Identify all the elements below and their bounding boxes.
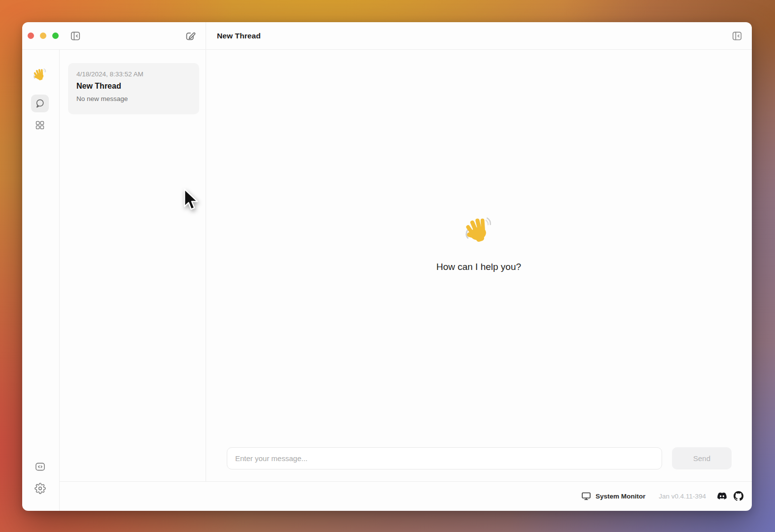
thread-panel-divider — [206, 22, 206, 481]
send-button[interactable]: Send — [672, 447, 732, 469]
discord-icon — [717, 492, 727, 500]
new-thread-button[interactable] — [183, 30, 196, 42]
system-monitor-label: System Monitor — [596, 493, 645, 500]
page-title: New Thread — [217, 22, 261, 49]
waving-hand-greeting-icon — [463, 214, 494, 245]
panel-collapse-left-icon — [70, 31, 81, 41]
thread-subtitle: No new message — [76, 95, 191, 102]
header-divider — [22, 49, 752, 50]
sidebar-item-local-api-server[interactable] — [31, 458, 49, 475]
minimize-window-button[interactable] — [40, 33, 46, 39]
code-window-icon — [35, 461, 46, 472]
thread-list-item[interactable]: 4/18/2024, 8:33:52 AM New Thread No new … — [68, 63, 199, 114]
sidebar-item-threads[interactable] — [31, 95, 49, 112]
github-icon — [734, 491, 743, 501]
desktop-background: New Thread — [0, 0, 775, 532]
panel-collapse-right-icon — [732, 31, 742, 41]
system-monitor-toggle[interactable]: System Monitor — [581, 492, 645, 500]
status-bar: System Monitor Jan v0.4.11-394 — [59, 481, 752, 511]
monitor-icon — [581, 492, 591, 500]
message-input[interactable] — [227, 447, 662, 469]
waving-hand-logo-icon — [33, 67, 47, 82]
github-link[interactable] — [734, 491, 743, 501]
toggle-right-panel-button[interactable] — [731, 30, 743, 42]
sidebar-item-settings[interactable] — [31, 479, 49, 497]
compose-icon — [184, 31, 196, 42]
sidebar-item-hub[interactable] — [31, 116, 49, 134]
app-version-label: Jan v0.4.11-394 — [659, 493, 706, 500]
gear-icon — [35, 483, 46, 494]
greeting-text: How can I help you? — [206, 262, 752, 272]
chat-bubble-icon — [35, 98, 45, 109]
rail-divider — [59, 49, 60, 511]
app-window: New Thread — [22, 22, 752, 511]
thread-timestamp: 4/18/2024, 8:33:52 AM — [76, 70, 191, 78]
window-controls — [28, 33, 59, 39]
discord-link[interactable] — [717, 492, 727, 500]
zoom-window-button[interactable] — [52, 33, 59, 39]
thread-title: New Thread — [76, 82, 191, 91]
toggle-left-panel-button[interactable] — [69, 30, 82, 42]
close-window-button[interactable] — [28, 33, 34, 39]
grid-icon — [35, 120, 45, 131]
